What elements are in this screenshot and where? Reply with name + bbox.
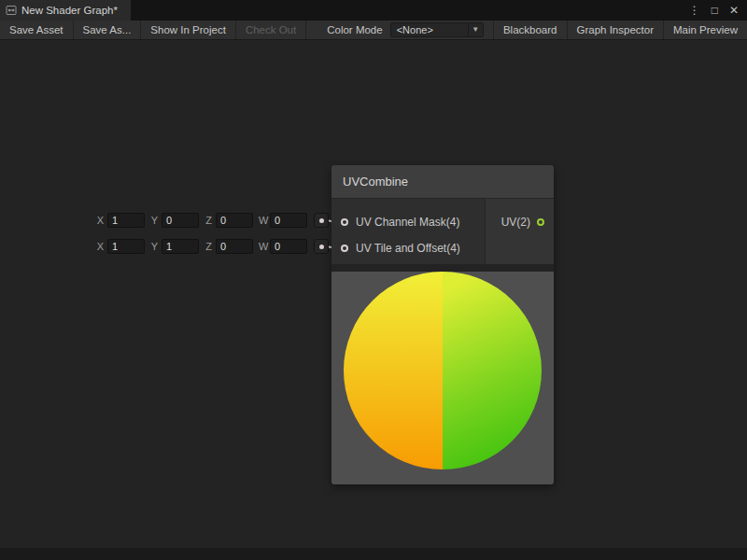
vector-field-z[interactable] <box>216 213 253 228</box>
tab-title: New Shader Graph* <box>21 5 118 16</box>
shader-graph-window: New Shader Graph* ⋮ □ ✕ Save Asset Save … <box>0 0 747 560</box>
vector4-input-row: X Y Z W <box>96 212 329 229</box>
tab-new-shader-graph[interactable]: New Shader Graph* <box>0 0 131 21</box>
output-port-label: UV(2) <box>501 216 530 229</box>
sphere-left-half <box>344 272 443 469</box>
vector-field-y[interactable] <box>162 239 199 254</box>
vector-field-label-x: X <box>96 241 105 252</box>
titlebar: New Shader Graph* ⋮ □ ✕ <box>0 0 747 21</box>
show-in-project-button[interactable]: Show In Project <box>141 21 236 39</box>
vector4-input-row: X Y Z W <box>96 238 329 255</box>
vector-field-label-y: Y <box>150 241 159 252</box>
node-preview <box>331 272 554 484</box>
input-port[interactable] <box>341 245 348 252</box>
vector-field-y[interactable] <box>162 213 199 228</box>
node-outputs: UV(2) <box>485 199 554 264</box>
port-stub-dot <box>319 245 324 249</box>
vector-field-label-y: Y <box>150 215 159 226</box>
node-body: UV Channel Mask(4) UV Tile and Offset(4)… <box>331 199 554 264</box>
close-icon[interactable]: ✕ <box>729 5 739 16</box>
graph-inspector-button[interactable]: Graph Inspector <box>567 21 663 39</box>
vector-field-label-z: Z <box>204 215 213 226</box>
save-as-button[interactable]: Save As... <box>74 21 142 39</box>
vector-field-x[interactable] <box>107 213 145 228</box>
vector-field-w[interactable] <box>270 239 307 254</box>
sphere-right-half <box>443 272 542 469</box>
input-port[interactable] <box>341 218 348 226</box>
vector-field-label-x: X <box>96 215 105 226</box>
vector-field-x[interactable] <box>107 239 145 254</box>
kebab-menu-icon[interactable]: ⋮ <box>689 5 700 16</box>
check-out-button: Check Out <box>236 21 306 39</box>
color-mode-dropdown[interactable]: <None> ▼ <box>390 22 484 37</box>
node-uvcombine[interactable]: UVCombine UV Channel Mask(4) UV Tile and… <box>331 165 554 484</box>
window-bottom-edge <box>0 548 747 560</box>
vector-field-label-w: W <box>259 215 267 226</box>
output-port-row: UV(2) <box>486 209 554 235</box>
blackboard-button[interactable]: Blackboard <box>493 21 567 39</box>
graph-canvas[interactable]: X Y Z W X Y Z W UVCombine <box>0 40 747 548</box>
main-preview-button[interactable]: Main Preview <box>663 21 747 39</box>
color-mode-label: Color Mode <box>327 24 382 35</box>
input-port-row: UV Channel Mask(4) <box>331 209 485 235</box>
maximize-icon[interactable]: □ <box>712 5 718 16</box>
save-asset-button[interactable]: Save Asset <box>0 21 74 39</box>
input-port-label: UV Channel Mask(4) <box>356 216 459 229</box>
toolbar-spacer <box>484 21 493 39</box>
vector-field-z[interactable] <box>216 239 253 254</box>
chevron-down-icon: ▼ <box>468 23 483 36</box>
input-port-row: UV Tile and Offset(4) <box>331 235 485 261</box>
color-mode-value: <None> <box>391 24 468 35</box>
vector-field-label-z: Z <box>204 241 213 252</box>
shader-graph-icon <box>6 5 17 16</box>
toolbar: Save Asset Save As... Show In Project Ch… <box>0 21 747 40</box>
node-inputs: UV Channel Mask(4) UV Tile and Offset(4) <box>331 199 485 264</box>
port-stub[interactable] <box>314 213 329 228</box>
node-title[interactable]: UVCombine <box>331 165 554 199</box>
input-port-label: UV Tile and Offset(4) <box>356 242 460 255</box>
vector-field-label-w: W <box>259 241 267 252</box>
vector-field-w[interactable] <box>270 213 307 228</box>
window-controls: ⋮ □ ✕ <box>689 0 747 21</box>
port-stub[interactable] <box>314 239 329 254</box>
preview-sphere <box>344 272 542 469</box>
output-port[interactable] <box>537 218 544 226</box>
port-stub-dot <box>319 218 324 223</box>
